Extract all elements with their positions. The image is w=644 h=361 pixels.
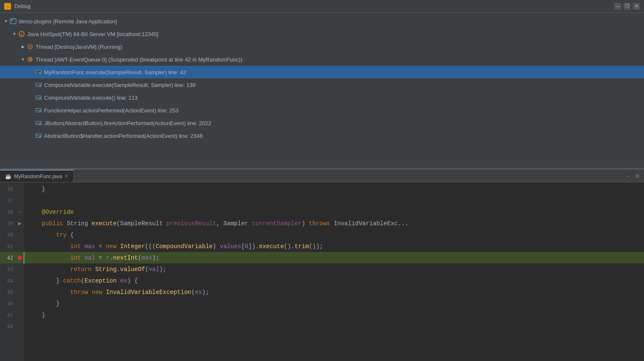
code-line-36: } <box>23 183 644 195</box>
svg-rect-10 <box>36 71 41 72</box>
code-line-40: try { <box>23 229 644 241</box>
debug-panel: ▼ demo-plugins [Remote Java Application]… <box>0 13 644 170</box>
tree-item-thread1[interactable]: ▶ Thread [DestroyJavaVM] (Running) <box>0 40 644 53</box>
svg-text:J: J <box>20 33 22 36</box>
tree-item-label-root: demo-plugins [Remote Java Application] <box>19 18 117 25</box>
svg-rect-22 <box>36 122 41 123</box>
expand-icon-root: ▼ <box>3 19 8 24</box>
code-line-41: int max = new Integer(((CompoundVariable… <box>23 241 644 252</box>
svg-rect-17 <box>36 98 39 99</box>
line-num-41: 41 <box>0 243 17 249</box>
svg-rect-1 <box>11 20 13 21</box>
tree-item-jvm[interactable]: ▼ J Java HotSpot(TM) 64-Bit Server VM [l… <box>0 28 644 40</box>
tree-item-frame2[interactable]: ▶ CompoundVariable.execute(SampleResult,… <box>0 78 644 91</box>
tab-controls: ─ ⧉ <box>625 170 644 182</box>
expand-icon-thread1: ▶ <box>20 44 25 49</box>
line-num-36: 36 <box>0 186 17 192</box>
line-row-45: 45 <box>0 286 23 298</box>
breakpoint-indicator-42[interactable] <box>18 256 22 260</box>
gutter-38: ⊖ <box>17 210 23 215</box>
svg-rect-26 <box>36 136 39 137</box>
tree-item-label-frame4: FunctionHelper.actionPerformed(ActionEve… <box>44 107 178 114</box>
svg-point-5 <box>29 46 31 48</box>
tree-item-frame6[interactable]: ▶ AbstractButton$Handler.actionPerformed… <box>0 129 644 142</box>
expand-icon-thread2: ▼ <box>20 57 25 62</box>
maximize-button[interactable]: ❐ <box>624 3 630 10</box>
svg-rect-21 <box>36 121 42 125</box>
svg-rect-13 <box>36 84 41 84</box>
line-row-44: 44 <box>0 275 23 286</box>
tree-item-frame1[interactable]: ▶ MyRandomFunc.execute(SampleResult, Sam… <box>0 66 644 78</box>
frame-icon-2 <box>35 81 42 88</box>
line-row-40: 40 <box>0 229 23 241</box>
line-num-37: 37 <box>0 198 17 204</box>
tab-close-button[interactable]: ✕ <box>64 174 68 179</box>
svg-rect-24 <box>36 134 42 138</box>
tree-item-label-frame1: MyRandomFunc.execute(SampleResult, Sampl… <box>44 69 186 76</box>
editor-content: 36 37 38 ⊖ 39 ▶ <box>0 182 644 361</box>
svg-rect-12 <box>36 83 42 87</box>
jvm-icon: J <box>18 31 25 37</box>
code-line-37 <box>23 195 644 206</box>
svg-rect-18 <box>36 108 42 112</box>
tab-bar: ☕ MyRandomFunc.java ✕ ─ ⧉ <box>0 170 644 182</box>
window-controls: ─ ❐ ✕ <box>614 3 640 10</box>
debug-icon: 🐛 <box>4 3 11 10</box>
line-row-47: 47 <box>0 309 23 321</box>
line-num-47: 47 <box>0 312 17 318</box>
app-icon <box>10 18 17 25</box>
close-button[interactable]: ✕ <box>633 3 640 10</box>
code-line-42: int val = r.nextInt(max); <box>23 252 644 263</box>
line-num-48: 48 <box>0 324 17 330</box>
svg-rect-20 <box>36 111 39 112</box>
line-row-48: 48 <box>0 321 23 332</box>
svg-rect-16 <box>36 96 41 97</box>
svg-rect-7 <box>29 58 30 61</box>
svg-rect-0 <box>10 19 16 24</box>
line-num-38: 38 <box>0 209 17 215</box>
line-row-41: 41 <box>0 241 23 252</box>
code-line-46: } <box>23 298 644 309</box>
minimize-editor-button[interactable]: ─ <box>625 173 632 179</box>
tab-myrandomfunc[interactable]: ☕ MyRandomFunc.java ✕ <box>0 170 74 182</box>
tree-item-label-frame3: CompoundVariable.execute() line: 113 <box>44 95 138 101</box>
code-line-47: } <box>23 309 644 321</box>
code-line-38: @Override <box>23 206 644 218</box>
line-row-42: 42 <box>0 252 23 263</box>
tree-item-frame4[interactable]: ▶ FunctionHelper.actionPerformed(ActionE… <box>0 104 644 117</box>
line-num-45: 45 <box>0 289 17 295</box>
frame-icon-6 <box>35 132 42 139</box>
tree-item-label-thread2: Thread [AWT-EventQueue-0] (Suspended (br… <box>36 56 242 63</box>
svg-rect-8 <box>31 58 31 61</box>
line-num-40: 40 <box>0 232 17 238</box>
code-area[interactable]: } @Override public String execute(Sample… <box>23 182 644 361</box>
code-line-45: throw new InvalidVariableException(ex); <box>23 286 644 298</box>
maximize-editor-button[interactable]: ⧉ <box>634 173 641 179</box>
line-numbers: 36 37 38 ⊖ 39 ▶ <box>0 182 23 361</box>
tree-item-frame5[interactable]: ▶ JButton(AbstractButton).fireActionPerf… <box>0 117 644 129</box>
line-num-42: 42 <box>0 255 17 261</box>
svg-rect-11 <box>36 73 39 73</box>
frame-icon-1 <box>35 69 42 76</box>
tree-item-label-frame5: JButton(AbstractButton).fireActionPerfor… <box>44 120 211 126</box>
title-bar: 🐛 Debug ─ ❐ ✕ <box>0 0 644 13</box>
expand-icon-jvm: ▼ <box>12 31 17 36</box>
tab-label: MyRandomFunc.java <box>14 174 62 179</box>
code-line-43: return String.valueOf(val); <box>23 263 644 275</box>
minimize-button[interactable]: ─ <box>614 3 621 10</box>
line-row-38: 38 ⊖ <box>0 206 23 218</box>
code-text-36: } <box>28 186 45 193</box>
svg-rect-15 <box>36 95 42 100</box>
line-num-46: 46 <box>0 301 17 307</box>
code-text-38: @Override <box>28 209 74 215</box>
tree-item-thread2[interactable]: ▼ Thread [AWT-EventQueue-0] (Suspended (… <box>0 53 644 66</box>
line-row-39: 39 ▶ <box>0 218 23 229</box>
code-line-44: } catch(Exception ex) { <box>23 275 644 286</box>
tree-item-label-thread1: Thread [DestroyJavaVM] (Running) <box>36 44 122 50</box>
frame-icon-4 <box>35 107 42 114</box>
line-row-43: 43 <box>0 263 23 275</box>
tree-item-frame3[interactable]: ▶ CompoundVariable.execute() line: 113 <box>0 91 644 104</box>
tree-item-root[interactable]: ▼ demo-plugins [Remote Java Application] <box>0 15 644 28</box>
tree-item-label-frame2: CompoundVariable.execute(SampleResult, S… <box>44 82 195 88</box>
frame-icon-5 <box>35 120 42 126</box>
